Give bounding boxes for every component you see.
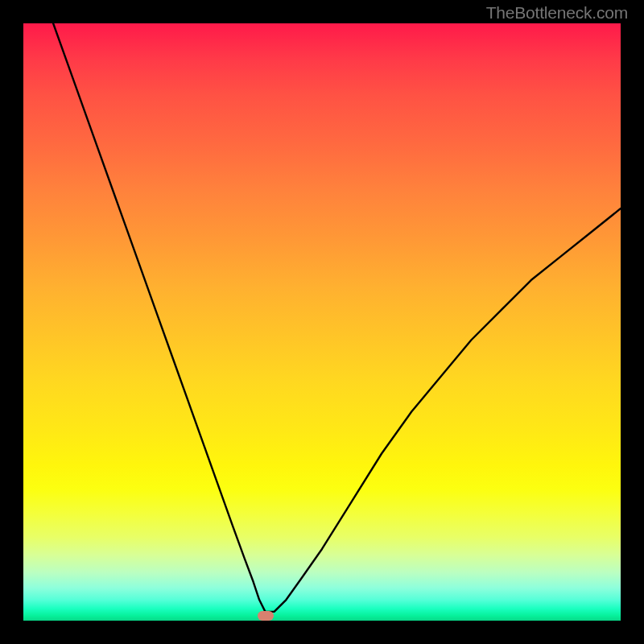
plot-background — [23, 23, 621, 621]
optimal-point-marker — [258, 611, 274, 621]
chart-container: TheBottleneck.com — [0, 0, 644, 644]
attribution-text: TheBottleneck.com — [486, 3, 628, 23]
